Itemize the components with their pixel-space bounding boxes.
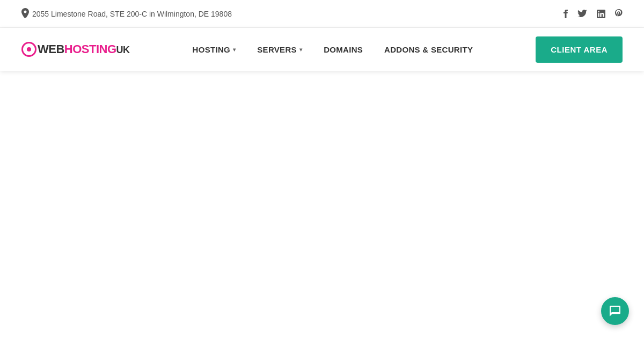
nav-label-servers: SERVERS (257, 45, 297, 54)
address-text: 2055 Limestone Road, STE 200-C in Wilmin… (32, 10, 232, 18)
nav-label-addons: ADDONS & SECURITY (384, 45, 473, 54)
logo-circle-icon (21, 42, 36, 57)
chat-widget[interactable] (601, 297, 629, 325)
main-content (0, 71, 644, 340)
nav-item-domains: DOMAINS (315, 40, 371, 60)
linkedin-icon (597, 10, 605, 18)
facebook-link[interactable] (562, 9, 568, 19)
linkedin-link[interactable] (597, 10, 605, 18)
nav-label-domains: DOMAINS (324, 45, 363, 54)
pinterest-icon (615, 9, 623, 19)
top-bar: 2055 Limestone Road, STE 200-C in Wilmin… (0, 0, 644, 28)
social-icons (562, 9, 623, 19)
logo-text: WEBHOSTINGUK (38, 42, 130, 56)
logo-uk: UK (116, 45, 130, 55)
location-icon (21, 8, 29, 20)
twitter-icon (577, 10, 587, 18)
nav-link-domains[interactable]: DOMAINS (315, 40, 371, 60)
chat-icon (609, 305, 621, 317)
nav-item-hosting: HOSTING ▾ (184, 40, 245, 60)
client-area-button[interactable]: CLIENT AREA (536, 36, 623, 63)
logo-hosting: HOSTING (64, 42, 116, 56)
twitter-link[interactable] (577, 10, 587, 18)
nav-link-hosting[interactable]: HOSTING ▾ (184, 40, 245, 60)
nav-link-servers[interactable]: SERVERS ▾ (248, 40, 311, 60)
main-nav: WEBHOSTINGUK HOSTING ▾ SERVERS ▾ DOMAINS… (0, 28, 644, 71)
facebook-icon (562, 9, 568, 19)
nav-item-servers: SERVERS ▾ (248, 40, 311, 60)
chevron-down-icon-2: ▾ (299, 47, 302, 53)
nav-link-addons[interactable]: ADDONS & SECURITY (376, 40, 481, 60)
logo-web: WEB (38, 42, 64, 56)
nav-item-addons: ADDONS & SECURITY (376, 40, 481, 60)
address-section: 2055 Limestone Road, STE 200-C in Wilmin… (21, 8, 232, 20)
chevron-down-icon: ▾ (233, 47, 236, 53)
nav-menu: HOSTING ▾ SERVERS ▾ DOMAINS ADDONS & SEC… (184, 40, 482, 60)
nav-label-hosting: HOSTING (193, 45, 230, 54)
logo[interactable]: WEBHOSTINGUK (21, 42, 130, 57)
pinterest-link[interactable] (615, 9, 623, 19)
